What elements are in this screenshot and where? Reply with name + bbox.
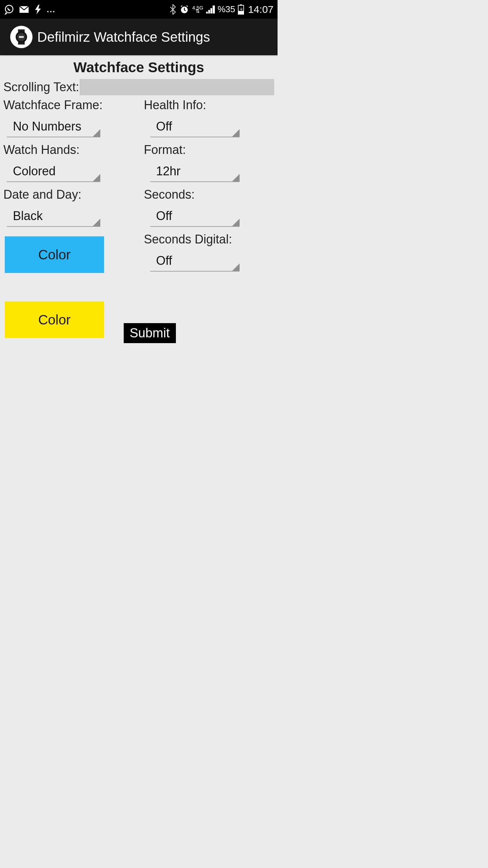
page-title: Watchface Settings bbox=[3, 59, 274, 76]
submit-button-label: Submit bbox=[130, 326, 170, 340]
scrolling-text-input[interactable] bbox=[80, 79, 274, 95]
battery-icon bbox=[238, 4, 244, 15]
submit-button[interactable]: Submit bbox=[124, 323, 176, 343]
more-icon: ... bbox=[47, 5, 56, 14]
seconds-value: Off bbox=[156, 209, 172, 223]
frame-value: No Numbers bbox=[13, 119, 81, 134]
content: Watchface Settings Scrolling Text: Watch… bbox=[0, 55, 278, 343]
hands-spinner[interactable]: Colored bbox=[7, 161, 100, 182]
mail-icon bbox=[19, 6, 29, 13]
color-button-1[interactable]: Color bbox=[5, 236, 104, 273]
secdig-value: Off bbox=[156, 254, 172, 268]
whatsapp-icon bbox=[4, 4, 14, 15]
health-label: Health Info: bbox=[144, 98, 274, 112]
scrolling-text-row: Scrolling Text: bbox=[3, 79, 274, 95]
battery-text: %35 bbox=[218, 4, 235, 15]
flash-icon bbox=[34, 5, 42, 14]
alarm-icon bbox=[179, 4, 189, 15]
date-value: Black bbox=[13, 209, 43, 223]
color-button-1-label: Color bbox=[38, 247, 71, 262]
svg-point-0 bbox=[5, 5, 13, 13]
hands-value: Colored bbox=[13, 164, 56, 178]
health-spinner[interactable]: Off bbox=[150, 116, 240, 137]
svg-rect-5 bbox=[238, 11, 244, 15]
format-spinner[interactable]: 12hr bbox=[150, 161, 240, 182]
status-left: ... bbox=[4, 4, 56, 15]
hands-label: Watch Hands: bbox=[3, 143, 134, 157]
date-label: Date and Day: bbox=[3, 188, 134, 202]
format-label: Format: bbox=[144, 143, 274, 157]
color-button-2[interactable]: Color bbox=[5, 301, 104, 338]
right-column: Health Info: Off Format: 12hr Seconds: O… bbox=[144, 97, 274, 343]
frame-label: Watchface Frame: bbox=[3, 98, 134, 112]
color-button-2-label: Color bbox=[38, 312, 71, 328]
svg-rect-11 bbox=[19, 36, 24, 38]
app-bar: Defilmirz Watchface Settings bbox=[0, 19, 278, 55]
health-value: Off bbox=[156, 119, 172, 134]
network-type: 4.5G⇅ bbox=[192, 6, 203, 13]
date-spinner[interactable]: Black bbox=[7, 206, 100, 227]
secdig-label: Seconds Digital: bbox=[144, 232, 274, 246]
app-title: Defilmirz Watchface Settings bbox=[37, 29, 210, 45]
signal-icon bbox=[206, 5, 215, 14]
secdig-spinner[interactable]: Off bbox=[150, 251, 240, 272]
seconds-label: Seconds: bbox=[144, 188, 274, 202]
bluetooth-icon bbox=[169, 4, 177, 15]
frame-spinner[interactable]: No Numbers bbox=[7, 116, 100, 137]
scrolling-text-label: Scrolling Text: bbox=[3, 80, 79, 94]
left-column: Watchface Frame: No Numbers Watch Hands:… bbox=[3, 97, 134, 343]
status-bar: ... 4.5G⇅ %35 14:07 bbox=[0, 0, 278, 19]
clock-text: 14:07 bbox=[248, 4, 273, 15]
format-value: 12hr bbox=[156, 164, 181, 178]
app-icon bbox=[10, 26, 33, 48]
seconds-spinner[interactable]: Off bbox=[150, 206, 240, 227]
status-right: 4.5G⇅ %35 14:07 bbox=[169, 4, 273, 15]
